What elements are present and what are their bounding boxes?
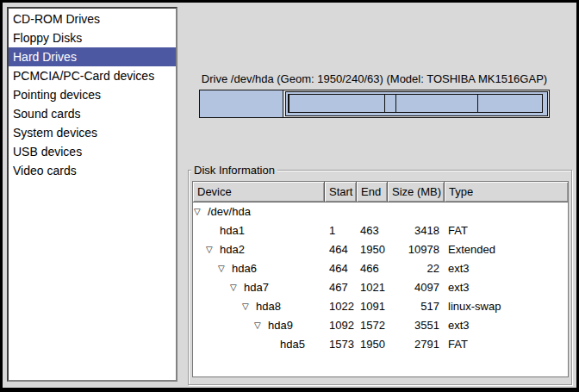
table-header-row: Device Start End Size (MB) Type (193, 182, 568, 202)
start-cell: 467 (325, 278, 357, 297)
table-row-hda2[interactable]: ▽ hda2 464 1950 10978 Extended (193, 240, 568, 259)
drive-title: Drive /dev/hda (Geom: 1950/240/63) (Mode… (199, 72, 550, 85)
partition-hda8 (384, 94, 396, 113)
partition-hda5 (477, 94, 543, 113)
size-cell: 517 (388, 297, 445, 316)
sidebar-item-system-devices[interactable]: System devices (9, 123, 176, 142)
device-name: hda2 (220, 240, 245, 259)
start-cell: 464 (325, 259, 357, 278)
col-header-device[interactable]: Device (193, 182, 325, 202)
partition-hda2-extended (285, 91, 548, 116)
device-name: hda9 (268, 316, 293, 335)
end-cell: 466 (357, 259, 388, 278)
drive-detail-panel: Drive /dev/hda (Geom: 1950/240/63) (Mode… (188, 3, 572, 388)
start-cell (325, 202, 357, 221)
sidebar-item-floppy-disks[interactable]: Floppy Disks (9, 28, 176, 47)
disk-info-table: Device Start End Size (MB) Type ▽ /dev/h… (192, 181, 569, 377)
type-cell: FAT (445, 335, 568, 354)
partition-hda7 (289, 94, 384, 113)
size-cell (388, 202, 445, 221)
device-name: hda5 (280, 335, 305, 354)
type-cell: FAT (445, 221, 568, 240)
type-cell: ext3 (445, 259, 568, 278)
sidebar-item-sound-cards[interactable]: Sound cards (9, 104, 176, 123)
sidebar-item-usb-devices[interactable]: USB devices (9, 142, 176, 161)
table-row-hda6[interactable]: ▽ hda6 464 466 22 ext3 (193, 259, 568, 278)
disk-info-frame-label: Disk Information (191, 163, 277, 177)
size-cell: 3418 (388, 221, 445, 240)
expander-icon[interactable]: ▽ (217, 259, 232, 278)
device-name: /dev/hda (208, 202, 251, 221)
start-cell: 1573 (325, 335, 357, 354)
expander-icon[interactable]: ▽ (193, 202, 208, 221)
expander-icon[interactable]: ▽ (241, 297, 256, 316)
start-cell: 1 (325, 221, 357, 240)
device-name: hda7 (244, 278, 269, 297)
table-row-hda9[interactable]: ▽ hda9 1092 1572 3551 ext3 (193, 316, 568, 335)
size-cell: 2791 (388, 335, 445, 354)
table-row-hda7[interactable]: ▽ hda7 467 1021 4097 ext3 (193, 278, 568, 297)
end-cell: 463 (357, 221, 388, 240)
table-row-hda8[interactable]: ▽ hda8 1022 1091 517 linux-swap (193, 297, 568, 316)
expander-icon[interactable]: ▽ (253, 316, 268, 335)
sidebar-item-video-cards[interactable]: Video cards (9, 161, 176, 180)
end-cell: 1950 (357, 240, 388, 259)
partition-bar (199, 90, 550, 118)
end-cell: 1091 (357, 297, 388, 316)
size-cell: 10978 (388, 240, 445, 259)
partition-hda9 (395, 94, 479, 113)
size-cell: 4097 (388, 278, 445, 297)
table-row-hda5[interactable]: hda5 1573 1950 2791 FAT (193, 335, 568, 354)
sidebar-item-pointing-devices[interactable]: Pointing devices (9, 85, 176, 104)
type-cell: linux-swap (445, 297, 568, 316)
type-cell (445, 202, 568, 221)
col-header-start[interactable]: Start (325, 182, 357, 202)
type-cell: ext3 (445, 278, 568, 297)
size-cell: 3551 (388, 316, 445, 335)
end-cell: 1021 (357, 278, 388, 297)
sidebar-item-cdrom-drives[interactable]: CD-ROM Drives (9, 9, 176, 28)
expander-icon[interactable]: ▽ (205, 240, 220, 259)
hardware-browser-window: CD-ROM Drives Floppy Disks Hard Drives P… (0, 0, 579, 392)
table-row-dev-hda[interactable]: ▽ /dev/hda (193, 202, 568, 221)
end-cell (357, 202, 388, 221)
size-cell: 22 (388, 259, 445, 278)
type-cell: ext3 (445, 316, 568, 335)
col-header-type[interactable]: Type (445, 182, 568, 202)
disk-info-frame: Disk Information Device Start End Size (… (188, 170, 572, 385)
partition-hda1 (200, 90, 283, 117)
sidebar-item-hard-drives[interactable]: Hard Drives (9, 47, 176, 66)
expander-icon[interactable]: ▽ (229, 278, 244, 297)
sidebar-item-pcmcia-devices[interactable]: PCMCIA/PC-Card devices (9, 66, 176, 85)
device-name: hda8 (256, 297, 281, 316)
col-header-size[interactable]: Size (MB) (388, 182, 445, 202)
col-header-end[interactable]: End (357, 182, 388, 202)
device-name: hda1 (220, 221, 245, 240)
device-category-list: CD-ROM Drives Floppy Disks Hard Drives P… (7, 7, 177, 382)
end-cell: 1572 (357, 316, 388, 335)
start-cell: 1022 (325, 297, 357, 316)
type-cell: Extended (445, 240, 568, 259)
device-name: hda6 (232, 259, 257, 278)
table-row-hda1[interactable]: hda1 1 463 3418 FAT (193, 221, 568, 240)
start-cell: 464 (325, 240, 357, 259)
start-cell: 1092 (325, 316, 357, 335)
end-cell: 1950 (357, 335, 388, 354)
